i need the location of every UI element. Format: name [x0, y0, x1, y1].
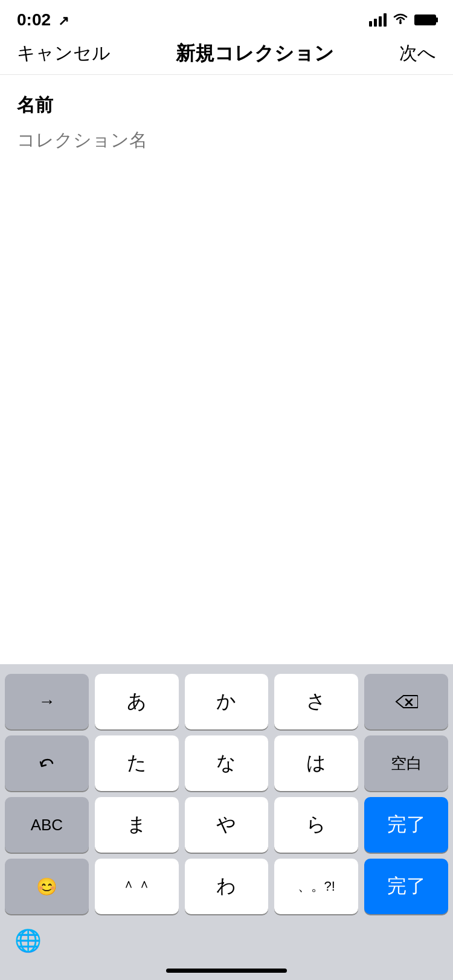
field-label: 名前	[17, 93, 436, 118]
status-time: 0:02 ↗	[17, 10, 69, 30]
small-tsu-key[interactable]: ＾＾	[95, 859, 179, 914]
undo-key[interactable]	[5, 735, 89, 791]
abc-key[interactable]: ABC	[5, 797, 89, 853]
globe-row: 🌐	[5, 914, 448, 965]
location-icon: ↗	[58, 13, 69, 28]
keyboard-row-1: → あ か さ	[5, 674, 448, 729]
home-indicator-wrap	[5, 965, 448, 980]
svg-point-0	[399, 22, 402, 24]
nav-bar: キャンセル 新規コレクション 次へ	[0, 33, 453, 75]
keyboard-row-2: た な は 空白	[5, 735, 448, 791]
sa-key[interactable]: さ	[274, 674, 358, 729]
wa-key[interactable]: わ	[185, 859, 269, 914]
na-key[interactable]: な	[185, 735, 269, 791]
home-indicator	[166, 969, 287, 973]
content-area: 名前	[0, 75, 453, 168]
space-key[interactable]: 空白	[364, 735, 448, 791]
done-key[interactable]: 完了	[364, 797, 448, 853]
ra-key[interactable]: ら	[274, 797, 358, 853]
ta-key[interactable]: た	[95, 735, 179, 791]
signal-bars-icon	[369, 13, 387, 27]
keyboard-rows: → あ か さ た な は 空白	[5, 674, 448, 914]
cancel-button[interactable]: キャンセル	[17, 41, 111, 66]
a-key[interactable]: あ	[95, 674, 179, 729]
keyboard-row-4: 😊 ＾＾ わ 、。?! 完了	[5, 859, 448, 914]
arrow-key[interactable]: →	[5, 674, 89, 729]
punctuation-key[interactable]: 、。?!	[274, 859, 358, 914]
ka-key[interactable]: か	[185, 674, 269, 729]
ya-key[interactable]: や	[185, 797, 269, 853]
emoji-key[interactable]: 😊	[5, 859, 89, 914]
next-button[interactable]: 次へ	[399, 41, 436, 66]
status-icons	[369, 11, 436, 28]
backspace-key[interactable]	[364, 674, 448, 729]
done-key-2[interactable]: 完了	[364, 859, 448, 914]
keyboard-row-3: ABC ま や ら 完了	[5, 797, 448, 853]
keyboard: → あ か さ た な は 空白	[0, 664, 453, 980]
wifi-icon	[393, 11, 408, 28]
collection-name-input[interactable]	[17, 130, 436, 150]
status-bar: 0:02 ↗	[0, 0, 453, 33]
page-title: 新規コレクション	[176, 40, 334, 67]
ma-key[interactable]: ま	[95, 797, 179, 853]
globe-button[interactable]: 🌐	[10, 923, 46, 959]
battery-icon	[414, 14, 436, 25]
ha-key[interactable]: は	[274, 735, 358, 791]
